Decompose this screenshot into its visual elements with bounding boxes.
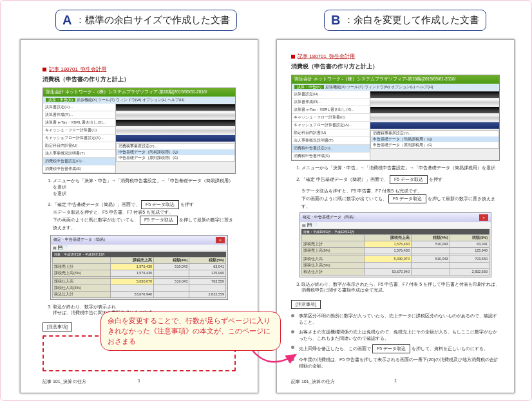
comparison-figure: A ：標準の余白サイズで作成した文書 B ：余白を変更して作成した文書 記事 1… xyxy=(0,0,532,401)
list-item: 申告基礎データ（原則課税用）(G) xyxy=(117,155,234,161)
step-1: メニューから「決算・申告」→「消費税申告書設定」→「申告基礎データ（簡易課税用）… xyxy=(53,178,236,196)
notice-heading-a: [注意事項] xyxy=(43,322,72,331)
active-menu: 決算・申告(K) xyxy=(46,98,75,102)
active-menu: 決算・申告(K) xyxy=(294,85,324,89)
list-item: 勘定科目内訳書(U) xyxy=(43,142,115,150)
bullet-2: お客さまの支援機構関係の売上は免税なので、免税売上にその金額が入る。もしここに数… xyxy=(299,329,500,342)
label-b: B ：余白を変更して作成した文書 xyxy=(324,10,486,31)
label-a: A ：標準の余白サイズで作成した文書 xyxy=(55,10,237,31)
mock-window-data-a: 確定・申告基礎データ（簡易）× ▤ 💾 📄 対象：平成19年1月・平成19年12… xyxy=(50,235,228,300)
list-item: 消費税事業所設定(Y)... xyxy=(117,144,234,149)
step-2: 「確定 申告基礎データ（簡易）」画面で、F5 データ取込を押す ※データ取込を押… xyxy=(53,200,236,230)
steps-b-3: 取込が終わり、数字が表示されたら、F5 申告書、F7 付表 5 を押して申告書と… xyxy=(291,281,500,294)
steps-a: メニューから「決算・申告」→「消費税申告書設定」→「申告基礎データ（簡易課税用）… xyxy=(43,178,236,231)
menu-item: ウィンドウ(W) xyxy=(116,98,142,102)
red-marker-icon xyxy=(43,68,46,71)
label-b-letter: B xyxy=(331,13,340,28)
footer-b: 記事 101_決算 の仕方 1 xyxy=(291,378,500,385)
label-b-text: ：余白を変更して作成した文書 xyxy=(344,14,479,26)
label-a-text: ：標準の余白サイズで作成した文書 xyxy=(75,14,230,26)
win-menubar: 決算・申告(K) 拡張機能(X) ツール(T) ウィンドウ(W) オプション(L… xyxy=(43,97,235,104)
menu-item: ツール(T) xyxy=(98,98,115,102)
red-marker-icon xyxy=(291,55,295,59)
list-item: 消費税申告書設定(O)... xyxy=(43,158,115,165)
menu-item: 拡張機能(X) xyxy=(77,98,97,102)
doc-link-a: 記事 180701_弥生会計用 xyxy=(49,66,106,73)
range-label: 対象：平成19年1月・平成19年12月 xyxy=(52,252,226,257)
right-panel: 消費税事業所設定(Y)... 申告基礎データ（簡易課税用）(Q) 申告基礎データ… xyxy=(116,104,235,173)
toolbar: ▤ 💾 📄 xyxy=(51,245,227,250)
list-item: 法人事業概況説明書(T) xyxy=(43,150,115,158)
win-menubar: 決算・申告(K) 拡張機能(X) ツール(T) ウィンドウ(W) オプション(L… xyxy=(292,84,499,91)
footer-left: 記事 101_決算 の仕方 xyxy=(43,379,86,384)
list-item: 申告基礎データ（簡易課税用）(Q) xyxy=(117,149,234,155)
list-item: 決算書 e-Tax・XBRL 書き出し(X)... xyxy=(43,119,115,127)
doc-title-b: 消費税（申告書の作り方と計上） xyxy=(291,62,500,71)
doc-title-a: 消費税（申告書の作り方と計上） xyxy=(43,75,236,84)
menu-item: オプション(L) xyxy=(142,98,166,102)
page-number: 1 xyxy=(394,378,397,383)
note: ※データ取込を押すと、F5 申告書、F7 付表5 も完成です。 xyxy=(301,188,500,194)
list-item: キャッシュフロー計算書設定(A)... xyxy=(43,135,115,142)
note: ※データ取込を押すと、F5 申告書、F7 付表5 も完成です。 xyxy=(53,209,236,216)
footer-left: 記事 101_決算 の仕方 xyxy=(291,379,335,384)
win-title: 弥生会計 ネットワーク -（株）システムプラザソフィア-第10期(2015/05… xyxy=(43,88,235,97)
page-number: 1 xyxy=(138,378,140,383)
close-icon: × xyxy=(216,237,225,243)
data-table: 課税売上高税額(4%)税額(5%) 課税売上計1,576,430510,0436… xyxy=(301,234,489,275)
win2-title: 確定・申告基礎データ（簡易） xyxy=(53,237,108,243)
step-1: メニューから「決算・申告」→「消費税申告書設定」→「申告基礎データ（簡易課税用）… xyxy=(301,165,500,171)
doc-link-b: 記事 180701_弥生会計用 xyxy=(298,53,355,60)
list-item: キャッシュ・フロー計算書(C) xyxy=(43,127,115,135)
label-a-letter: A xyxy=(62,13,71,28)
step-2: 「確定 申告基礎データ（簡易）」画面で、F5 データ取込を押す xyxy=(301,175,500,184)
list-item: 決算書作成(R)... xyxy=(43,111,115,119)
mock-window-yayoi-b: 弥生会計 ネットワーク -（株）システムプラザソフィア-第10期(2015/05… xyxy=(291,75,500,161)
steps-b: メニューから「決算・申告」→「消費税申告書設定」→「申告基礎データ（簡易課税用）… xyxy=(291,165,500,184)
callout-annotation: 余白を変更することで、行数が足らずページに入りきれなかった《注意事項》の本文が、… xyxy=(100,312,281,351)
f5-button: F5 データ取込 xyxy=(140,216,178,225)
f5-button: F5 データ取込 xyxy=(390,175,428,184)
notice-bullets: 事業区分不明の箇所に数字が入っていたら、売上データに課税区分のないものがあるので… xyxy=(291,313,500,369)
win2-title: 確定・申告基礎データ（簡易） xyxy=(303,214,357,221)
win-title: 弥生会計 ネットワーク -（株）システムプラザソフィア-第10期(2015/05… xyxy=(292,75,499,84)
bullet-1: 事業区分不明の箇所に数字が入っていたら、売上データに課税区分のないものがあるので… xyxy=(299,313,500,326)
mock-window-data-b: 確定・申告基礎データ（簡易）× ▤ 💾 📄 対象：平成19年1月・平成19年12… xyxy=(299,212,491,277)
list-item: 決算書設定(H)... xyxy=(43,104,115,111)
footer-a: 記事 101_決算 の仕方 1 xyxy=(43,378,236,385)
dropdown-list: 決算書設定(H)...決算書作成(R)...決算書 e-Tax・XBRL 書き出… xyxy=(292,91,370,160)
menu-item: ヘルプ(H) xyxy=(167,98,184,102)
data-table: 課税売上高税額(4%)税額(5%) 課税売上計1,576,430510,0436… xyxy=(52,257,226,298)
page-b: 記事 180701_弥生会計用 消費税（申告書の作り方と計上） 弥生会計 ネット… xyxy=(276,39,515,393)
mock-window-yayoi-a: 弥生会計 ネットワーク -（株）システムプラザソフィア-第10期(2015/05… xyxy=(43,88,236,174)
notice-heading-b: [注意事項] xyxy=(291,300,321,309)
step-3: 取込が終わり、数字が表示されたら、F5 申告書、F7 付表 5 を押して申告書と… xyxy=(301,281,500,294)
list-item: 消費税申告書作成(S) xyxy=(43,165,115,173)
f5-button: F5 データ取込 xyxy=(388,194,426,203)
close-icon: × xyxy=(479,214,488,221)
f5-button: F5 データ取込 xyxy=(372,344,410,353)
bullet-3: 売上回帰を修正したら、この画面でF5 データ取込を押して、資料を正しいものにする… xyxy=(299,344,500,353)
bullet-4: 今年度の消費税は、F5 申告書を押して表示される画面の一番下(26)の消費税及び… xyxy=(299,357,500,369)
dropdown-list: 決算書設定(H)... 決算書作成(R)... 決算書 e-Tax・XBRL 書… xyxy=(43,104,116,173)
f5-button: F5 データ取込 xyxy=(141,200,179,209)
